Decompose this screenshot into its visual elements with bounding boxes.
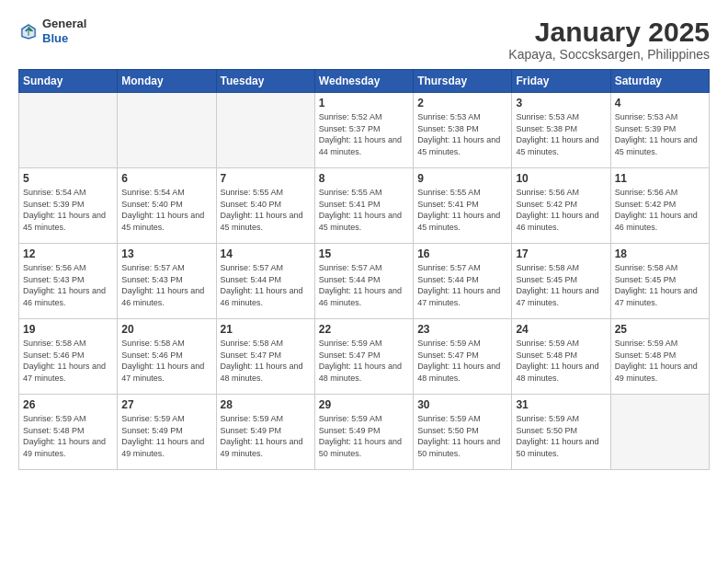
table-row: 5Sunrise: 5:54 AM Sunset: 5:39 PM Daylig…	[19, 168, 118, 244]
week-row-2: 12Sunrise: 5:56 AM Sunset: 5:43 PM Dayli…	[19, 244, 710, 319]
table-row: 29Sunrise: 5:59 AM Sunset: 5:49 PM Dayli…	[314, 395, 413, 470]
table-row	[19, 93, 118, 168]
day-number: 29	[319, 398, 409, 411]
table-row	[610, 395, 709, 470]
day-info: Sunrise: 5:54 AM Sunset: 5:40 PM Dayligh…	[121, 187, 211, 233]
logo-text: General Blue	[42, 17, 86, 45]
day-number: 27	[121, 398, 211, 411]
table-row: 19Sunrise: 5:58 AM Sunset: 5:46 PM Dayli…	[19, 319, 118, 395]
col-sunday: Sunday	[19, 70, 118, 93]
table-row: 23Sunrise: 5:59 AM Sunset: 5:47 PM Dayli…	[414, 319, 512, 395]
day-number: 13	[121, 247, 211, 260]
table-row	[216, 93, 314, 168]
day-info: Sunrise: 5:55 AM Sunset: 5:41 PM Dayligh…	[319, 187, 409, 233]
day-number: 7	[221, 172, 311, 185]
table-row: 1Sunrise: 5:52 AM Sunset: 5:37 PM Daylig…	[314, 93, 413, 168]
day-info: Sunrise: 5:53 AM Sunset: 5:38 PM Dayligh…	[417, 111, 507, 157]
page: General Blue January 2025 Kapaya, Soccsk…	[0, 0, 728, 563]
day-number: 23	[417, 323, 507, 336]
day-info: Sunrise: 5:57 AM Sunset: 5:44 PM Dayligh…	[319, 262, 409, 308]
calendar-subtitle: Kapaya, Soccsksargen, Philippines	[508, 47, 710, 62]
day-number: 12	[23, 247, 113, 260]
day-info: Sunrise: 5:59 AM Sunset: 5:47 PM Dayligh…	[319, 338, 409, 384]
day-info: Sunrise: 5:58 AM Sunset: 5:45 PM Dayligh…	[516, 262, 606, 308]
table-row: 7Sunrise: 5:55 AM Sunset: 5:40 PM Daylig…	[216, 168, 314, 244]
day-number: 1	[319, 97, 409, 109]
day-info: Sunrise: 5:56 AM Sunset: 5:43 PM Dayligh…	[23, 262, 113, 308]
day-number: 28	[221, 398, 311, 411]
day-number: 15	[319, 247, 409, 260]
day-number: 30	[417, 398, 507, 411]
col-friday: Friday	[512, 70, 610, 93]
table-row: 12Sunrise: 5:56 AM Sunset: 5:43 PM Dayli…	[19, 244, 118, 319]
day-number: 10	[516, 172, 606, 185]
day-number: 31	[516, 398, 606, 411]
table-row: 13Sunrise: 5:57 AM Sunset: 5:43 PM Dayli…	[118, 244, 216, 319]
day-number: 25	[615, 323, 705, 336]
table-row: 22Sunrise: 5:59 AM Sunset: 5:47 PM Dayli…	[314, 319, 413, 395]
table-row: 30Sunrise: 5:59 AM Sunset: 5:50 PM Dayli…	[414, 395, 512, 470]
day-info: Sunrise: 5:56 AM Sunset: 5:42 PM Dayligh…	[615, 187, 705, 233]
day-info: Sunrise: 5:56 AM Sunset: 5:42 PM Dayligh…	[516, 187, 606, 233]
table-row: 2Sunrise: 5:53 AM Sunset: 5:38 PM Daylig…	[414, 93, 512, 168]
day-info: Sunrise: 5:59 AM Sunset: 5:50 PM Dayligh…	[417, 413, 507, 459]
day-number: 19	[23, 323, 113, 336]
table-row: 10Sunrise: 5:56 AM Sunset: 5:42 PM Dayli…	[512, 168, 610, 244]
day-number: 6	[121, 172, 211, 185]
day-info: Sunrise: 5:59 AM Sunset: 5:49 PM Dayligh…	[221, 413, 311, 459]
week-row-4: 26Sunrise: 5:59 AM Sunset: 5:48 PM Dayli…	[19, 395, 710, 470]
day-info: Sunrise: 5:54 AM Sunset: 5:39 PM Dayligh…	[23, 187, 113, 233]
day-number: 3	[516, 97, 606, 109]
day-number: 26	[23, 398, 113, 411]
day-info: Sunrise: 5:59 AM Sunset: 5:49 PM Dayligh…	[319, 413, 409, 459]
week-row-3: 19Sunrise: 5:58 AM Sunset: 5:46 PM Dayli…	[19, 319, 710, 395]
day-info: Sunrise: 5:53 AM Sunset: 5:39 PM Dayligh…	[615, 111, 705, 157]
week-row-0: 1Sunrise: 5:52 AM Sunset: 5:37 PM Daylig…	[19, 93, 710, 168]
day-info: Sunrise: 5:52 AM Sunset: 5:37 PM Dayligh…	[319, 111, 409, 157]
logo: General Blue	[18, 17, 86, 45]
header-row: Sunday Monday Tuesday Wednesday Thursday…	[19, 70, 710, 93]
day-number: 14	[221, 247, 311, 260]
table-row: 28Sunrise: 5:59 AM Sunset: 5:49 PM Dayli…	[216, 395, 314, 470]
day-info: Sunrise: 5:59 AM Sunset: 5:48 PM Dayligh…	[23, 413, 113, 459]
day-info: Sunrise: 5:57 AM Sunset: 5:44 PM Dayligh…	[221, 262, 311, 308]
col-wednesday: Wednesday	[314, 70, 413, 93]
table-row: 11Sunrise: 5:56 AM Sunset: 5:42 PM Dayli…	[610, 168, 709, 244]
col-thursday: Thursday	[414, 70, 512, 93]
day-number: 4	[615, 97, 705, 109]
day-number: 20	[121, 323, 211, 336]
day-number: 18	[615, 247, 705, 260]
table-row: 25Sunrise: 5:59 AM Sunset: 5:48 PM Dayli…	[610, 319, 709, 395]
day-info: Sunrise: 5:59 AM Sunset: 5:48 PM Dayligh…	[615, 338, 705, 384]
calendar-table: Sunday Monday Tuesday Wednesday Thursday…	[18, 69, 710, 470]
table-row: 18Sunrise: 5:58 AM Sunset: 5:45 PM Dayli…	[610, 244, 709, 319]
logo-general: General	[42, 17, 86, 31]
day-info: Sunrise: 5:55 AM Sunset: 5:40 PM Dayligh…	[221, 187, 311, 233]
table-row: 20Sunrise: 5:58 AM Sunset: 5:46 PM Dayli…	[118, 319, 216, 395]
table-row	[118, 93, 216, 168]
calendar-title: January 2025	[508, 17, 710, 47]
col-saturday: Saturday	[610, 70, 709, 93]
day-info: Sunrise: 5:57 AM Sunset: 5:43 PM Dayligh…	[121, 262, 211, 308]
day-number: 24	[516, 323, 606, 336]
table-row: 6Sunrise: 5:54 AM Sunset: 5:40 PM Daylig…	[118, 168, 216, 244]
day-info: Sunrise: 5:53 AM Sunset: 5:38 PM Dayligh…	[516, 111, 606, 157]
day-info: Sunrise: 5:59 AM Sunset: 5:47 PM Dayligh…	[417, 338, 507, 384]
day-number: 8	[319, 172, 409, 185]
table-row: 16Sunrise: 5:57 AM Sunset: 5:44 PM Dayli…	[414, 244, 512, 319]
day-info: Sunrise: 5:57 AM Sunset: 5:44 PM Dayligh…	[417, 262, 507, 308]
table-row: 31Sunrise: 5:59 AM Sunset: 5:50 PM Dayli…	[512, 395, 610, 470]
week-row-1: 5Sunrise: 5:54 AM Sunset: 5:39 PM Daylig…	[19, 168, 710, 244]
table-row: 26Sunrise: 5:59 AM Sunset: 5:48 PM Dayli…	[19, 395, 118, 470]
day-info: Sunrise: 5:59 AM Sunset: 5:48 PM Dayligh…	[516, 338, 606, 384]
day-number: 5	[23, 172, 113, 185]
day-info: Sunrise: 5:55 AM Sunset: 5:41 PM Dayligh…	[417, 187, 507, 233]
table-row: 15Sunrise: 5:57 AM Sunset: 5:44 PM Dayli…	[314, 244, 413, 319]
table-row: 3Sunrise: 5:53 AM Sunset: 5:38 PM Daylig…	[512, 93, 610, 168]
table-row: 14Sunrise: 5:57 AM Sunset: 5:44 PM Dayli…	[216, 244, 314, 319]
table-row: 17Sunrise: 5:58 AM Sunset: 5:45 PM Dayli…	[512, 244, 610, 319]
day-number: 22	[319, 323, 409, 336]
table-row: 8Sunrise: 5:55 AM Sunset: 5:41 PM Daylig…	[314, 168, 413, 244]
day-info: Sunrise: 5:58 AM Sunset: 5:46 PM Dayligh…	[23, 338, 113, 384]
day-number: 11	[615, 172, 705, 185]
